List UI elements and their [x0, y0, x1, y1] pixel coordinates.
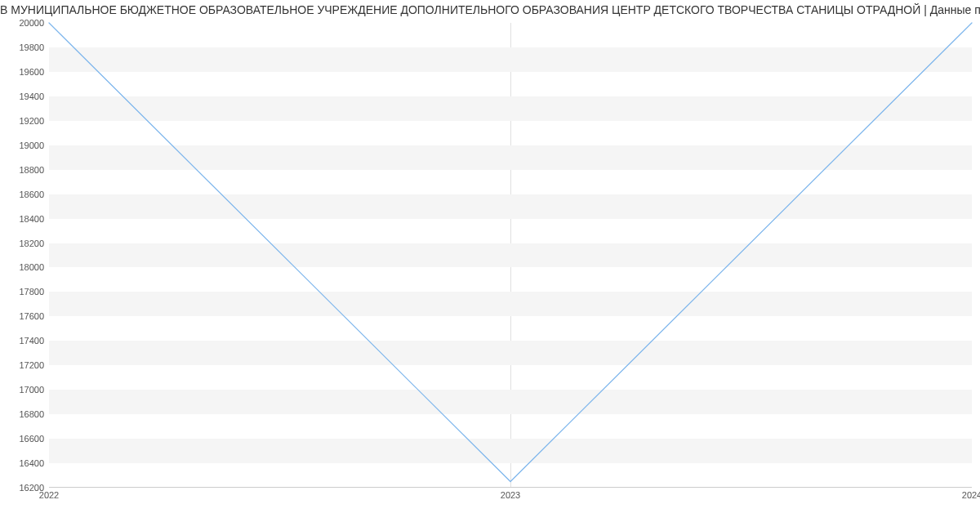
plot-area	[49, 23, 972, 488]
y-tick-label: 16800	[3, 409, 44, 419]
y-tick-label: 18000	[3, 262, 44, 272]
chart-title: В МУНИЦИПАЛЬНОЕ БЮДЖЕТНОЕ ОБРАЗОВАТЕЛЬНО…	[0, 3, 980, 16]
y-tick-label: 18600	[3, 190, 44, 199]
x-tick-label: 2022	[39, 490, 59, 500]
y-tick-label: 19400	[3, 91, 44, 101]
y-tick-label: 16400	[3, 458, 44, 468]
data-line	[49, 23, 972, 482]
y-tick-label: 18800	[3, 165, 44, 175]
y-tick-label: 19800	[3, 42, 44, 52]
y-tick-label: 19200	[3, 116, 44, 126]
chart-container: В МУНИЦИПАЛЬНОЕ БЮДЖЕТНОЕ ОБРАЗОВАТЕЛЬНО…	[0, 0, 980, 531]
y-tick-label: 17400	[3, 336, 44, 346]
y-tick-label: 16600	[3, 434, 44, 444]
y-tick-label: 17000	[3, 385, 44, 395]
x-tick-label: 2023	[501, 490, 520, 500]
line-svg	[49, 23, 972, 487]
y-tick-label: 20000	[3, 18, 44, 28]
x-tick-label: 2024	[962, 490, 980, 500]
y-tick-label: 19000	[3, 141, 44, 150]
y-tick-label: 18400	[3, 214, 44, 224]
y-tick-label: 17600	[3, 311, 44, 321]
y-tick-label: 18200	[3, 239, 44, 248]
y-tick-label: 17800	[3, 287, 44, 297]
y-tick-label: 16200	[3, 483, 44, 493]
y-tick-label: 19600	[3, 67, 44, 77]
y-tick-label: 17200	[3, 360, 44, 370]
